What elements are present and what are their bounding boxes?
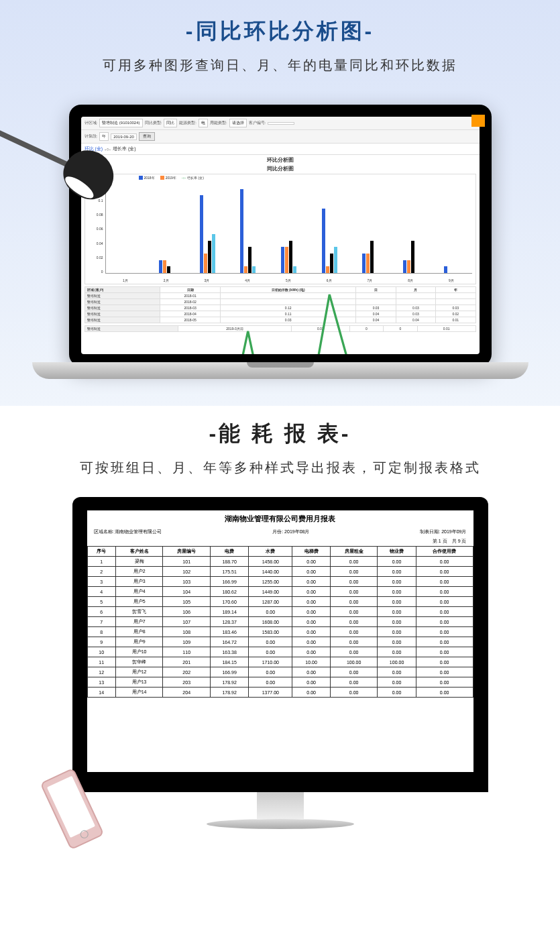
chart-tabs: 环比 (全) -○- 增长率 (全): [81, 144, 480, 155]
chart-data-table: 区域 (客户)日期日初始示数 (kWh) (电)日月年暨培制造2018-01暨培…: [85, 286, 476, 323]
period-label: 计算段:: [85, 133, 98, 140]
customer-label: 客户编号:: [249, 120, 266, 126]
meta-month-label: 月份:: [272, 529, 283, 534]
compare-type-label: 同比类型:: [145, 120, 162, 126]
analysis-toolbar: 计区域: 暨培制造 (91010024) 同比类型: 同比 能源类型: 电 用能…: [81, 117, 480, 130]
query-button[interactable]: 查询: [139, 132, 155, 141]
summary-table: 暨培制造2019-3月前0.02000.01: [85, 325, 476, 332]
chart2-title: 同比分析图: [81, 165, 480, 172]
report-title: 湖南物业管理有限公司费用月报表: [87, 514, 473, 524]
laptop-screen: 计区域: 暨培制造 (91010024) 同比类型: 同比 能源类型: 电 用能…: [81, 117, 480, 354]
section-energy-report: -能 耗 报 表- 可按班组日、月、年等多种样式导出报表，可定制报表格式 湖南物…: [0, 406, 560, 856]
report-meta-row: 区域名称: 湖南物业管理有限公司 月份: 2019年08月 制表日期: 2019…: [87, 527, 473, 537]
meta-area-label: 区域名称:: [94, 529, 114, 534]
chart-xaxis: 1月2月3月4月5月6月7月8月9月: [105, 278, 472, 282]
monitor-mockup: 湖南物业管理有限公司费用月报表 区域名称: 湖南物业管理有限公司 月份: 201…: [72, 497, 488, 792]
energy-type-label: 能源类型:: [179, 120, 197, 126]
analysis-toolbar-row2: 计算段: 年 2019-09-20 查询: [81, 130, 480, 144]
monitor-stand: [257, 792, 304, 819]
chart-legend: 2018年 2019年 -○-增长率 (全): [139, 176, 204, 180]
growth-icon: -○-: [105, 147, 111, 152]
date-input[interactable]: 2019-09-20: [111, 133, 137, 140]
meta-date-value: 2019年09月: [441, 529, 466, 534]
meta-area-value: 湖南物业管理有限公司: [115, 529, 162, 534]
report-page-row: 第 1 页 共 9 页: [87, 537, 473, 546]
monitor-base: [207, 819, 354, 829]
monitor-screen: 湖南物业管理有限公司费用月报表 区域名称: 湖南物业管理有限公司 月份: 201…: [87, 510, 473, 772]
chart-bars: [105, 184, 472, 274]
usage-type-label: 用能类型:: [210, 120, 227, 126]
section2-title: -能 耗 报 表-: [0, 419, 560, 449]
customer-input[interactable]: [268, 122, 294, 125]
laptop-base: [32, 362, 528, 379]
page-label: 第 1 页 共 9 页: [433, 538, 467, 545]
section1-title: -同比环比分析图-: [0, 17, 560, 46]
usage-type-select[interactable]: 请选择: [229, 119, 247, 127]
laptop-mockup: 计区域: 暨培制造 (91010024) 同比类型: 同比 能源类型: 电 用能…: [69, 105, 492, 366]
period-select[interactable]: 年: [99, 132, 109, 141]
meta-date-label: 制表日期:: [420, 529, 440, 534]
meta-month-value: 2019年08月: [284, 529, 309, 534]
comparison-chart[interactable]: 2018年 2019年 -○-增长率 (全) 0.120.10.080.060.…: [85, 174, 476, 284]
area-select[interactable]: 暨培制造 (91010024): [99, 119, 142, 127]
tab-growth[interactable]: 增长率 (全): [113, 146, 136, 152]
area-label: 计区域:: [85, 120, 98, 126]
chart1-indicator: [471, 117, 480, 127]
section-comparison-chart: -同比环比分析图- 可用多种图形查询日、月、年的电量同比和环比数据 计区域: 暨…: [0, 0, 560, 406]
section2-subtitle: 可按班组日、月、年等多种样式导出报表，可定制报表格式: [0, 459, 560, 477]
report-table: 序号客户姓名房屋编号电费水费电梯费房屋租金物业费合作使用费1梁梅101188.7…: [87, 546, 473, 698]
chart1-title: 环比分析图: [81, 156, 480, 164]
section1-subtitle: 可用多种图形查询日、月、年的电量同比和环比数据: [0, 56, 560, 74]
energy-type-select[interactable]: 电: [199, 119, 208, 127]
compare-type-select[interactable]: 同比: [164, 119, 177, 127]
